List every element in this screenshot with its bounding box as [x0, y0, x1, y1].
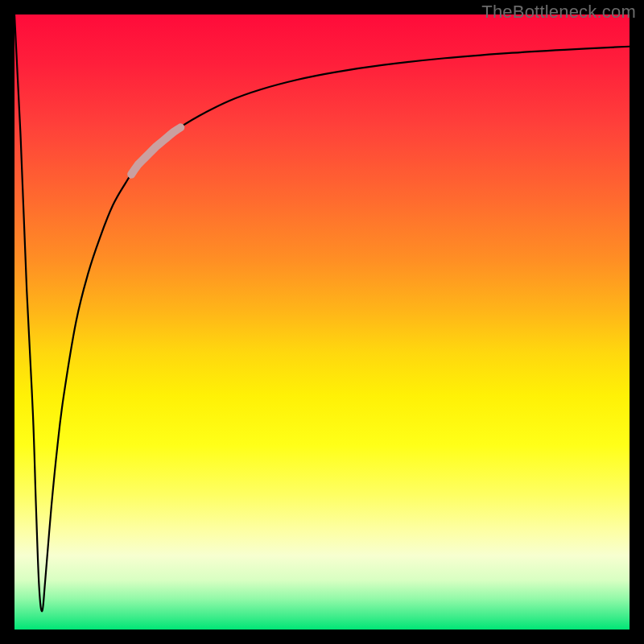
- curve-path: [14, 14, 630, 611]
- chart-frame: TheBottleneck.com: [0, 0, 644, 644]
- plot-area: [14, 14, 630, 630]
- watermark-text: TheBottleneck.com: [481, 2, 636, 23]
- bottleneck-curve: [14, 14, 630, 630]
- curve-highlight-segment: [131, 127, 180, 174]
